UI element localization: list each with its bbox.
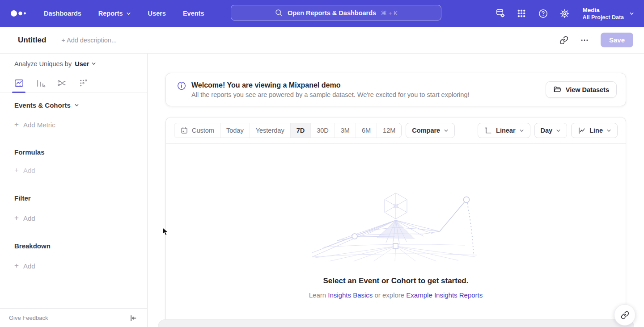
interval-label: Day [541,127,553,134]
mixpanel-insights-page: Dashboards Reports Users Events Open Rep… [0,0,644,327]
banner-text: Welcome! You are viewing a Mixpanel demo… [191,81,470,98]
range-label: Yesterday [256,127,284,134]
range-6m-button[interactable]: 6M [356,123,377,138]
add-label: Add Metric [23,121,55,129]
chevron-down-icon [444,128,449,133]
range-12m-button[interactable]: 12M [377,123,401,138]
scale-select[interactable]: Linear [478,123,530,138]
interval-select[interactable]: Day [534,123,568,138]
insights-line-icon [14,78,24,88]
analyze-by-select[interactable]: User [75,60,96,67]
mixpanel-logo-icon [10,8,28,19]
chevron-down-icon [74,103,79,108]
chart-type-label: Line [589,127,603,134]
chart-display-controls: Linear Day [478,123,618,138]
main-content: Welcome! You are viewing a Mixpanel demo… [148,54,644,327]
project-scope: All Project Data [583,14,624,21]
line-chart-icon [577,126,586,135]
add-filter-button[interactable]: + Add [14,214,147,222]
search-placeholder: Open Reports & Dashboards [288,9,376,17]
results-panel-peek[interactable] [158,319,634,327]
section-title: Formulas [14,148,45,156]
chevron-down-icon [606,128,611,133]
section-title: Events & Cohorts [14,101,71,109]
range-7d-button[interactable]: 7D [290,123,311,138]
nav-item-users[interactable]: Users [148,10,166,17]
top-nav: Dashboards Reports Users Events Open Rep… [0,0,644,27]
report-header-actions: Save [559,33,633,47]
tab-funnels[interactable] [35,77,46,90]
project-switcher[interactable]: Media All Project Data [583,6,634,21]
insights-chart-card: Custom Today Yesterday 7D 30D 3M 6M 12M … [165,117,626,327]
add-metric-button[interactable]: + Add Metric [14,120,147,129]
nav-item-label: Dashboards [44,10,81,17]
apps-grid-icon[interactable] [517,8,527,19]
range-30d-button[interactable]: 30D [310,123,335,138]
copy-link-icon[interactable] [559,36,568,45]
nav-right-group: Media All Project Data [495,0,634,27]
chevron-down-icon [629,11,634,16]
date-range-segmented-control: Custom Today Yesterday 7D 30D 3M 6M 12M [174,123,402,138]
section-filter: Filter + Add [0,194,147,222]
empty-state-illustration [311,190,481,261]
compare-button[interactable]: Compare [406,123,455,138]
report-title[interactable]: Untitled [18,36,46,45]
add-label: Add [23,262,35,270]
range-today-button[interactable]: Today [220,123,250,138]
banner-subtitle: All the reports you see are powered by a… [191,91,470,98]
tab-insights[interactable] [13,77,24,90]
sidebar-footer: Give Feedback [0,308,147,327]
save-button[interactable]: Save [601,33,633,47]
retention-grid-icon [78,78,89,88]
gear-icon[interactable] [559,8,570,19]
range-label: 7D [297,127,305,134]
nav-item-label: Events [183,10,204,17]
add-formula-button[interactable]: + Add [14,166,147,175]
share-link-fab[interactable] [614,304,636,326]
plus-icon: + [14,120,19,129]
section-formulas: Formulas + Add [0,148,147,175]
range-label: 3M [341,127,350,134]
empty-state-subtitle: Learn Insights Basics or explore Example… [309,291,483,299]
collapse-sidebar-icon[interactable] [129,314,137,322]
chevron-down-icon [519,128,524,133]
help-icon[interactable] [538,8,548,19]
folder-icon [553,85,562,94]
range-label: 12M [383,127,395,134]
range-custom-button[interactable]: Custom [174,123,220,138]
view-datasets-button[interactable]: View Datasets [546,81,617,98]
info-icon [177,81,186,91]
chart-toolbar: Custom Today Yesterday 7D 30D 3M 6M 12M … [166,117,626,144]
insights-basics-link[interactable]: Insights Basics [328,291,373,299]
nav-item-reports[interactable]: Reports [98,10,131,17]
analyze-value: User [75,60,89,67]
nav-item-events[interactable]: Events [183,10,204,17]
range-3m-button[interactable]: 3M [335,123,356,138]
tab-flows[interactable] [56,77,67,90]
demo-welcome-banner: Welcome! You are viewing a Mixpanel demo… [165,73,626,106]
add-label: Add [23,214,35,222]
example-reports-link[interactable]: Example Insights Reports [406,291,483,299]
chart-type-select[interactable]: Line [571,123,618,138]
nav-links: Dashboards Reports Users Events [44,10,204,17]
mixpanel-logo[interactable] [10,8,28,19]
range-label: 30D [317,127,329,134]
section-title-row[interactable]: Events & Cohorts [14,101,147,109]
add-description-field[interactable]: + Add description... [61,37,117,44]
tab-retention[interactable] [78,77,89,90]
global-search-button[interactable]: Open Reports & Dashboards ⌘ + K [231,5,441,21]
section-breakdown: Breakdown + Add [0,242,147,270]
add-breakdown-button[interactable]: + Add [14,261,147,270]
plus-icon: + [14,166,19,175]
range-yesterday-button[interactable]: Yesterday [250,123,290,138]
nav-item-dashboards[interactable]: Dashboards [44,10,81,17]
empty-state: Select an Event or Cohort to get started… [166,144,626,327]
range-label: Today [226,127,244,134]
connector-text: or explore [374,291,404,299]
data-management-icon[interactable] [495,8,505,19]
give-feedback-link[interactable]: Give Feedback [9,314,48,321]
query-builder-sidebar: Analyze Uniques by User [0,54,148,327]
section-title: Filter [14,194,31,202]
linear-axis-icon [484,126,492,135]
more-options-icon[interactable] [580,36,589,45]
